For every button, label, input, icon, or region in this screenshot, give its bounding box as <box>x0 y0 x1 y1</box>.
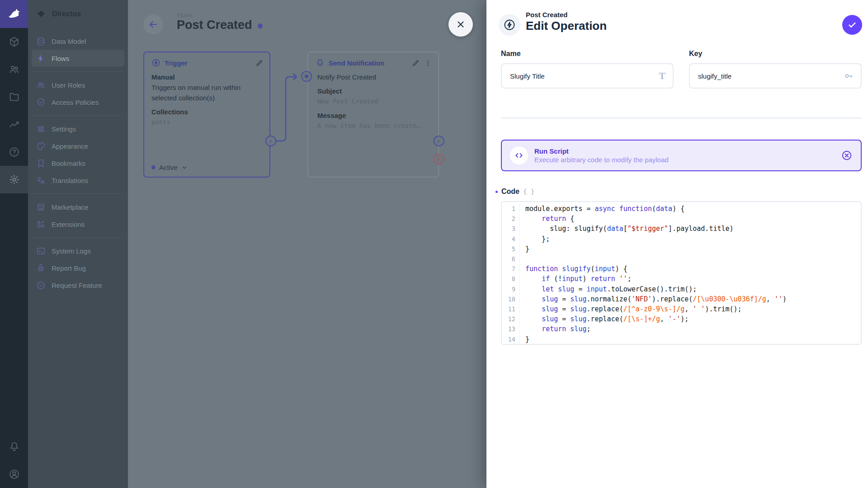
sidebar-item-access-policies[interactable]: Access Policies <box>32 94 124 111</box>
run-script-title: Run Script <box>534 147 669 155</box>
sidebar-item-user-roles[interactable]: User Roles <box>32 76 124 94</box>
drawer-context: Post Created <box>526 11 568 19</box>
code-editor[interactable]: 1module.exports = async function(data) {… <box>501 201 862 345</box>
sidebar-item-settings[interactable]: Settings <box>32 120 124 137</box>
sidebar-item-label: Extensions <box>52 221 85 228</box>
sidebar-item-extensions[interactable]: Extensions <box>32 216 124 233</box>
sidebar-item-data-model[interactable]: Data Model <box>32 33 124 50</box>
operation-bolt-circle-icon <box>499 14 520 36</box>
line-number: 8 <box>502 274 520 284</box>
run-script-card[interactable]: Run Script Execute arbitrary code to mod… <box>501 140 862 171</box>
nav-divider <box>33 193 123 194</box>
sidebar-item-translations[interactable]: Translations <box>32 172 124 189</box>
kebab-menu-icon[interactable] <box>424 59 432 67</box>
sidebar-item-label: Translations <box>52 177 88 184</box>
directus-rabbit-icon[interactable] <box>0 0 28 28</box>
trigger-description: Triggers on manual run within selected c… <box>151 82 262 103</box>
extensions-icon <box>36 220 46 229</box>
sidebar-item-label: Report Bug <box>52 264 86 272</box>
sidebar-item-label: Settings <box>52 125 76 133</box>
trigger-panel[interactable]: Trigger Manual Triggers on manual run wi… <box>143 52 270 178</box>
run-script-subtitle: Execute arbitrary code to modify the pay… <box>534 156 669 164</box>
modulebar-notifications-bell[interactable] <box>0 433 28 460</box>
name-input[interactable] <box>509 72 659 80</box>
code-label: Code <box>501 188 519 196</box>
chevron-down-icon <box>181 164 188 171</box>
code-line: 12 slug = slug.replace(/[\s-]+/g, '-'); <box>502 314 861 324</box>
trigger-resolve-node[interactable]: ✓ <box>265 136 276 146</box>
close-icon <box>456 19 466 29</box>
section-divider <box>501 117 862 118</box>
sidebar-item-report-bug[interactable]: Report Bug <box>32 259 124 277</box>
line-number: 11 <box>502 304 520 314</box>
code-line: 13 return slug; <box>502 324 861 334</box>
line-number: 10 <box>502 294 520 304</box>
raw-value-icon: { } <box>523 188 534 195</box>
line-number: 3 <box>502 224 520 234</box>
message-label: Message <box>317 110 431 121</box>
active-dot <box>151 165 156 169</box>
close-drawer-button[interactable] <box>448 12 473 37</box>
project-diamond-icon <box>36 9 46 19</box>
sidebar-item-flows[interactable]: Flows <box>32 50 124 67</box>
subject-value: New Post Created <box>317 96 431 107</box>
modulebar-module-files[interactable] <box>0 83 28 111</box>
module-bar <box>0 0 28 488</box>
sidebar-item-label: Bookmarks <box>52 160 85 167</box>
module-files-icon <box>9 91 20 103</box>
sidebar-item-system-logs[interactable]: System Logs <box>32 242 124 259</box>
modulebar-module-help[interactable] <box>0 138 28 166</box>
sidebar-item-label: Request Feature <box>52 282 102 289</box>
operation-name: Notify Post Created <box>317 72 431 82</box>
code-brackets-icon <box>510 146 528 164</box>
save-button[interactable] <box>842 15 862 35</box>
line-number: 14 <box>502 334 520 344</box>
code-line: 8 if (!input) return ''; <box>502 274 861 284</box>
code-line: 6 <box>502 254 861 264</box>
back-button[interactable] <box>143 14 163 34</box>
sidebar-item-label: Appearance <box>52 142 88 150</box>
code-line: 14} <box>502 334 861 344</box>
sidebar-item-label: Flows <box>52 55 69 62</box>
modulebar-module-content[interactable] <box>0 28 28 56</box>
line-number: 6 <box>502 254 520 264</box>
check-icon <box>847 20 857 30</box>
notifications-bell-icon <box>9 441 20 452</box>
request-feature-icon <box>36 281 46 290</box>
key-input[interactable] <box>697 72 844 80</box>
nav-divider <box>33 237 123 238</box>
operation-resolve-node[interactable]: ✓ <box>434 136 444 146</box>
modulebar-module-insights[interactable] <box>0 111 28 138</box>
notification-panel-title: Send Notification <box>329 59 384 67</box>
sidebar-item-bookmarks[interactable]: Bookmarks <box>32 155 124 172</box>
modulebar-module-users[interactable] <box>0 56 28 83</box>
edit-pencil-icon[interactable] <box>255 59 263 67</box>
project-header[interactable]: Directus <box>28 0 128 28</box>
code-line: 10 slug = slug.normalize('NFD').replace(… <box>502 294 861 304</box>
sidebar-item-label: Data Model <box>52 38 86 45</box>
drawer-title: Edit Operation <box>526 19 607 33</box>
send-notification-panel[interactable]: Send Notification Notify Post Created Su… <box>307 52 439 178</box>
code-label-row: Code { } <box>495 188 534 196</box>
user-avatar-icon <box>9 469 20 480</box>
code-line: 7function slugify(input) { <box>502 264 861 274</box>
required-dot <box>495 191 498 193</box>
sidebar-nav: Directus Data ModelFlowsUser RolesAccess… <box>28 0 128 488</box>
sidebar-item-request-feature[interactable]: Request Feature <box>32 277 124 294</box>
sidebar-item-appearance[interactable]: Appearance <box>32 137 124 155</box>
appearance-icon <box>36 141 46 151</box>
translations-icon <box>36 176 46 185</box>
breadcrumb[interactable]: Flows <box>177 12 193 19</box>
sidebar-item-marketplace[interactable]: Marketplace <box>32 198 124 216</box>
edit-pencil-icon[interactable] <box>412 59 420 67</box>
settings-icon <box>36 124 46 134</box>
code-line: 3 slug: slugify(data["$trigger"].payload… <box>502 224 861 234</box>
code-line: 2 return { <box>502 214 861 224</box>
operation-reject-node[interactable]: ✕ <box>434 154 444 164</box>
modulebar-user-avatar[interactable] <box>0 460 28 488</box>
report-bug-icon <box>36 263 46 273</box>
remove-operation-icon[interactable] <box>841 150 853 161</box>
flow-status-toggle[interactable]: Active <box>151 164 188 171</box>
modulebar-module-settings[interactable] <box>0 166 28 193</box>
operation-input-node[interactable] <box>301 71 312 82</box>
